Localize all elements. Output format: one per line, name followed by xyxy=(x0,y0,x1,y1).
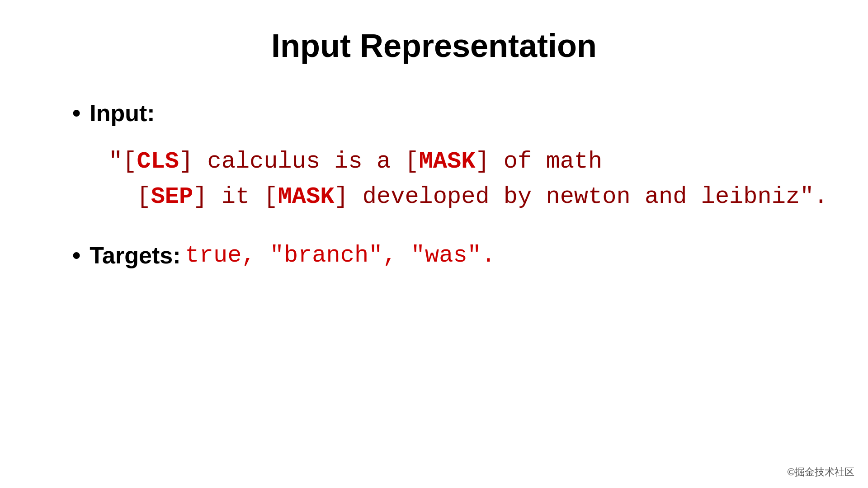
targets-value: true, "branch", "was". xyxy=(185,242,496,269)
code-mask2-bracket-open: [ xyxy=(264,183,278,210)
code-sep-bracket-open: [ xyxy=(137,183,151,210)
code-cls-bracket-close: ] xyxy=(179,148,193,175)
code-mask1-bracket-open: [ xyxy=(405,148,419,175)
code-block: "[CLS] calculus is a [MASK] of math [SEP… xyxy=(108,144,823,215)
code-line1-text1: calculus is a xyxy=(193,148,405,175)
targets-label: Targets: xyxy=(90,242,180,269)
code-line-1: "[CLS] calculus is a [MASK] of math xyxy=(108,144,823,179)
code-cls-bracket: [ xyxy=(123,148,137,175)
input-bullet-dot: • xyxy=(72,100,80,126)
slide-container: Input Representation • Input: "[CLS] cal… xyxy=(0,0,868,488)
code-open-quote: " xyxy=(108,148,123,175)
code-mask1-bracket-close: ] xyxy=(475,148,489,175)
targets-bullet-item: • Targets: true, "branch", "was". xyxy=(72,242,823,269)
code-line2-text2: developed by newton and leibniz". xyxy=(349,183,828,210)
code-sep-bracket-close: ] xyxy=(193,183,207,210)
slide-title: Input Representation xyxy=(45,27,823,64)
input-label: Input: xyxy=(90,100,155,126)
code-mask2-bracket-close: ] xyxy=(334,183,348,210)
watermark: ©掘金技术社区 xyxy=(788,465,854,479)
code-line-2: [SEP] it [MASK] developed by newton and … xyxy=(108,179,823,215)
targets-bullet-dot: • xyxy=(72,243,80,268)
code-mask1-text: MASK xyxy=(419,148,476,175)
code-line1-text2: of math xyxy=(490,148,603,175)
code-cls-text: CLS xyxy=(137,148,179,175)
input-bullet-item: • Input: xyxy=(72,100,823,126)
code-sep-text: SEP xyxy=(151,183,193,210)
code-line2-space xyxy=(108,183,137,210)
content-area: • Input: "[CLS] calculus is a [MASK] of … xyxy=(45,100,823,269)
code-line2-text1: it xyxy=(207,183,264,210)
code-mask2-text: MASK xyxy=(278,183,335,210)
